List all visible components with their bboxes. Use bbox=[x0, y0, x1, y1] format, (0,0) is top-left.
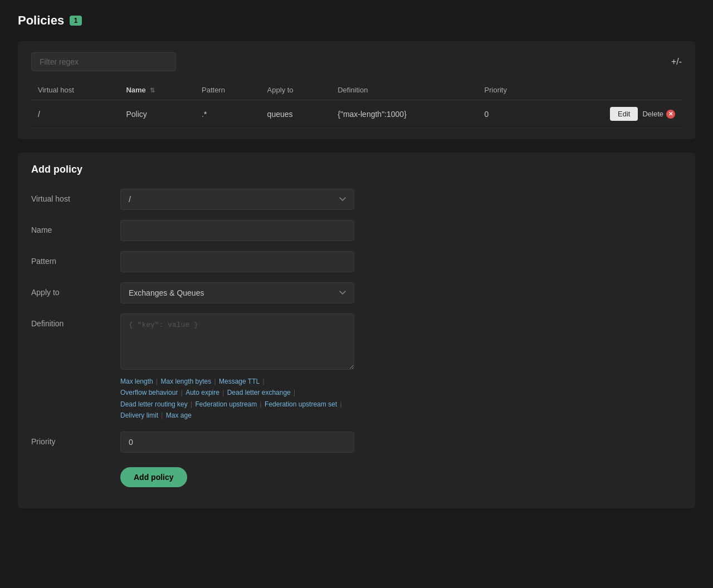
cell-pattern: .* bbox=[195, 100, 261, 128]
submit-wrap: Add policy bbox=[120, 463, 354, 487]
col-apply-to: Apply to bbox=[261, 80, 331, 100]
col-name: Name ⇅ bbox=[119, 80, 195, 100]
cell-actions: Edit Delete ✕ bbox=[541, 100, 682, 128]
hint-separator: | bbox=[212, 378, 218, 385]
hint-link-auto-expire[interactable]: Auto expire bbox=[185, 389, 219, 396]
cell-name: Policy bbox=[119, 100, 195, 128]
add-policy-title: Add policy bbox=[31, 164, 682, 175]
toggle-button[interactable]: +/- bbox=[671, 57, 682, 67]
label-apply-to: Apply to bbox=[31, 282, 120, 297]
apply-to-select[interactable]: Exchanges & QueuesExchangesQueuesClassic… bbox=[120, 282, 354, 303]
hint-separator: | bbox=[189, 400, 194, 408]
hint-link-message-ttl[interactable]: Message TTL bbox=[219, 378, 260, 385]
edit-button[interactable]: Edit bbox=[610, 107, 638, 121]
definition-wrap: Max length | Max length bytes | Message … bbox=[120, 313, 354, 422]
hint-link-dead-letter-routing-key[interactable]: Dead letter routing key bbox=[120, 400, 188, 408]
form-row-definition: Definition Max length | Max length bytes… bbox=[31, 313, 682, 422]
hint-separator: | bbox=[261, 378, 264, 385]
hint-link-max-length-bytes[interactable]: Max length bytes bbox=[161, 378, 212, 385]
col-actions bbox=[541, 80, 682, 100]
filter-row: +/- bbox=[31, 52, 682, 71]
add-policy-button[interactable]: Add policy bbox=[120, 467, 187, 487]
virtual-host-wrap: / bbox=[120, 189, 354, 210]
hint-link-federation-upstream[interactable]: Federation upstream bbox=[196, 400, 257, 408]
cell-vhost: / bbox=[31, 100, 119, 128]
col-virtual-host: Virtual host bbox=[31, 80, 119, 100]
hint-separator: | bbox=[179, 389, 184, 396]
hint-separator: | bbox=[221, 389, 226, 396]
cell-priority: 0 bbox=[478, 100, 542, 128]
sort-icon: ⇅ bbox=[150, 87, 155, 94]
hint-link-overflow-behaviour[interactable]: Overflow behaviour bbox=[120, 389, 178, 396]
virtual-host-select[interactable]: / bbox=[120, 189, 354, 210]
hint-link-federation-upstream-set[interactable]: Federation upstream set bbox=[265, 400, 337, 408]
hint-separator: | bbox=[258, 400, 263, 408]
definition-hints: Max length | Max length bytes | Message … bbox=[120, 376, 354, 422]
cell-apply-to: queues bbox=[261, 100, 331, 128]
page-title: Policies bbox=[18, 13, 64, 28]
col-pattern: Pattern bbox=[195, 80, 261, 100]
apply-to-wrap: Exchanges & QueuesExchangesQueuesClassic… bbox=[120, 282, 354, 303]
label-definition: Definition bbox=[31, 313, 120, 328]
hint-separator: | bbox=[338, 400, 341, 408]
page-container: Policies 1 +/- Virtual host Name ⇅ Patte… bbox=[0, 0, 713, 535]
form-row-apply-to: Apply to Exchanges & QueuesExchangesQueu… bbox=[31, 282, 682, 303]
definition-textarea[interactable] bbox=[120, 313, 354, 370]
label-name: Name bbox=[31, 220, 120, 234]
hint-link-max-age[interactable]: Max age bbox=[166, 411, 192, 419]
policies-count-badge: 1 bbox=[70, 16, 82, 26]
form-row-virtual-host: Virtual host / bbox=[31, 189, 682, 210]
submit-label-spacer bbox=[31, 463, 120, 468]
label-pattern: Pattern bbox=[31, 251, 120, 266]
pattern-wrap bbox=[120, 251, 354, 272]
form-row-priority: Priority bbox=[31, 432, 682, 453]
hint-separator: | bbox=[292, 389, 295, 396]
label-virtual-host: Virtual host bbox=[31, 189, 120, 203]
hint-link-delivery-limit[interactable]: Delivery limit bbox=[120, 411, 158, 419]
hint-link-dead-letter-exchange[interactable]: Dead letter exchange bbox=[227, 389, 291, 396]
table-header-row: Virtual host Name ⇅ Pattern Apply to Def… bbox=[31, 80, 682, 100]
form-row-submit: Add policy bbox=[31, 463, 682, 487]
delete-button[interactable]: Delete ✕ bbox=[642, 110, 675, 119]
name-input[interactable] bbox=[120, 220, 354, 241]
form-row-name: Name bbox=[31, 220, 682, 241]
pattern-input[interactable] bbox=[120, 251, 354, 272]
col-definition: Definition bbox=[331, 80, 477, 100]
name-wrap bbox=[120, 220, 354, 241]
table-row: / Policy .* queues {"max-length":1000} 0… bbox=[31, 100, 682, 128]
col-priority: Priority bbox=[478, 80, 542, 100]
policies-table: Virtual host Name ⇅ Pattern Apply to Def… bbox=[31, 80, 682, 128]
page-header: Policies 1 bbox=[18, 13, 695, 28]
policies-table-card: +/- Virtual host Name ⇅ Pattern Apply to… bbox=[18, 41, 695, 139]
priority-wrap bbox=[120, 432, 354, 453]
hint-separator: | bbox=[154, 378, 160, 385]
hint-link-max-length[interactable]: Max length bbox=[120, 378, 153, 385]
priority-input[interactable] bbox=[120, 432, 354, 453]
add-policy-card: Add policy Virtual host / Name Pattern A… bbox=[18, 153, 695, 508]
label-priority: Priority bbox=[31, 432, 120, 446]
filter-regex-input[interactable] bbox=[31, 52, 176, 71]
form-row-pattern: Pattern bbox=[31, 251, 682, 272]
hint-separator: | bbox=[159, 411, 165, 419]
cell-definition: {"max-length":1000} bbox=[331, 100, 477, 128]
delete-icon: ✕ bbox=[666, 110, 675, 119]
